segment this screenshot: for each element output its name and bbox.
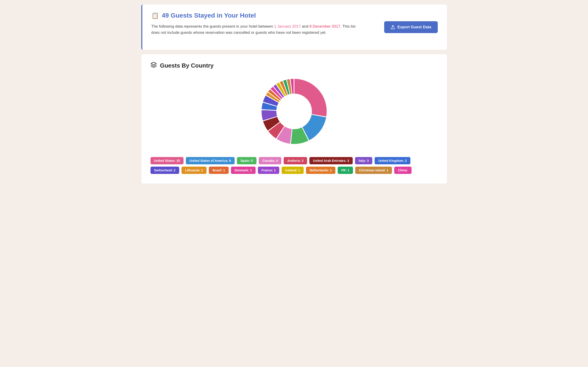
legend-container: United States: 15United States of Americ… <box>151 155 438 176</box>
legend-tag: France: 1 <box>258 167 279 174</box>
date-end: 8 December 2017 <box>309 24 340 29</box>
export-icon <box>391 25 395 29</box>
legend-tag: Andorra: 3 <box>284 157 307 164</box>
legend-tag: FR: 1 <box>338 167 353 174</box>
svg-marker-1 <box>151 62 156 65</box>
legend-tag: Lithuania: 1 <box>181 167 207 174</box>
donut-chart-container <box>151 75 438 148</box>
svg-point-2 <box>277 94 312 129</box>
guests-icon: 📋 <box>151 12 159 19</box>
legend-tag: Denmark: 1 <box>231 167 256 174</box>
export-button[interactable]: Export Guest Data <box>384 21 437 33</box>
legend-tag: Netherlands: 1 <box>306 167 335 174</box>
guests-summary-card: 📋 49 Guests Stayed in Your Hotel The fol… <box>141 5 447 50</box>
legend-tag: Christmas Island: 1 <box>355 167 392 174</box>
date-between: and <box>301 24 309 29</box>
desc-prefix: The following data represents the guests… <box>151 24 274 29</box>
legend-tag: Switzerland: 2 <box>151 167 179 174</box>
guests-by-country-card: Guests By Country United States: 15Unite… <box>141 54 447 184</box>
legend-tag: China: <box>394 167 411 174</box>
legend-tag: Spain: 5 <box>237 157 257 164</box>
legend-tag: United Arab Emirates: 3 <box>309 157 353 164</box>
guests-title: 49 Guests Stayed in Your Hotel <box>162 12 256 19</box>
legend-tag: Italy: 3 <box>355 157 372 164</box>
donut-chart-svg <box>258 75 330 148</box>
legend-tag: Brazil: 1 <box>209 167 228 174</box>
guests-description: The following data represents the guests… <box>151 23 357 36</box>
legend-tag: United States: 15 <box>151 157 184 164</box>
card-header: 📋 49 Guests Stayed in Your Hotel <box>151 12 438 19</box>
legend-tag: Iceland: 1 <box>282 167 304 174</box>
legend-tag: United States of America: 8 <box>186 157 235 164</box>
export-label: Export Guest Data <box>397 25 431 29</box>
legend-tag: Canada: 4 <box>259 157 281 164</box>
legend-tag: United Kingdom: 2 <box>375 157 410 164</box>
date-start: 1 January 2017 <box>274 24 301 29</box>
section-header: Guests By Country <box>151 62 438 69</box>
layers-icon <box>151 62 157 69</box>
section-title: Guests By Country <box>160 62 214 69</box>
